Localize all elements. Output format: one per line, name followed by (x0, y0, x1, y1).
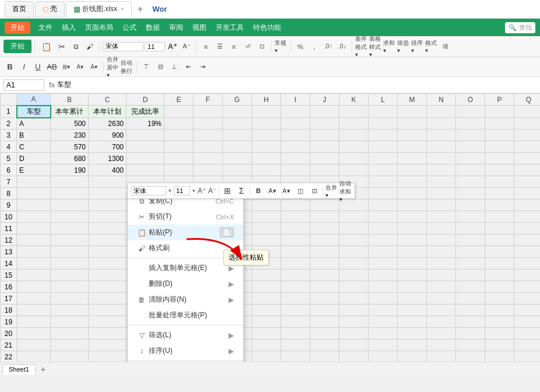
cell-7-N[interactable] (427, 176, 456, 188)
cell-6-P[interactable] (485, 164, 514, 176)
cell-11-J[interactable] (310, 223, 339, 235)
cell-21-J[interactable] (310, 340, 339, 351)
cell-5-Q[interactable] (514, 153, 541, 164)
col-header-b[interactable]: B (51, 94, 89, 106)
cell-17-B[interactable] (51, 293, 89, 304)
cell-13-K[interactable] (339, 246, 369, 258)
cell-18-C[interactable] (89, 304, 127, 316)
cell-17-A[interactable] (17, 293, 51, 304)
col-header-n[interactable]: N (427, 94, 456, 106)
cell-11-O[interactable] (456, 223, 485, 235)
cell-21-K[interactable] (339, 340, 369, 351)
cell-19-C[interactable] (89, 316, 127, 328)
cell-6-H[interactable] (252, 164, 281, 176)
row-header-1[interactable]: 1 (1, 106, 17, 118)
cell-21-N[interactable] (427, 340, 456, 351)
cell-16-B[interactable] (51, 281, 89, 293)
cell-2-L[interactable] (369, 118, 398, 130)
cell-11-M[interactable] (398, 223, 427, 235)
menu-page-layout[interactable]: 页面布局 (80, 22, 118, 34)
cell-17-P[interactable] (485, 293, 514, 304)
cell-17-C[interactable] (89, 293, 127, 304)
cell-15-P[interactable] (485, 270, 514, 281)
cell-1-A[interactable]: 车型 (17, 106, 51, 118)
cell-5-G[interactable] (223, 153, 252, 164)
tab-home[interactable]: 首页 (5, 1, 34, 18)
cell-11-H[interactable] (252, 223, 281, 235)
cell-15-C[interactable] (89, 270, 127, 281)
align-top-btn[interactable]: ⊤ (140, 61, 153, 74)
cell-13-J[interactable] (310, 246, 339, 258)
cell-6-B[interactable]: 190 (51, 164, 89, 176)
tab-file[interactable]: ▦ 折线图.xlsx × (66, 1, 132, 18)
cell-17-N[interactable] (427, 293, 456, 304)
cell-3-M[interactable] (398, 130, 427, 141)
cell-8-C[interactable] (89, 188, 127, 200)
col-header-o[interactable]: O (456, 94, 485, 106)
cell-11-P[interactable] (485, 223, 514, 235)
cell-2-E[interactable] (164, 118, 194, 130)
mini-size-input[interactable] (174, 186, 190, 195)
cell-3-Q[interactable] (514, 130, 541, 141)
cell-1-O[interactable] (456, 106, 485, 118)
cell-19-B[interactable] (51, 316, 89, 328)
cell-21-B[interactable] (51, 340, 89, 351)
cell-6-J[interactable] (310, 164, 339, 176)
cell-3-F[interactable] (194, 130, 223, 141)
cell-2-N[interactable] (427, 118, 456, 130)
cell-18-N[interactable] (427, 304, 456, 316)
row-header-20[interactable]: 20 (1, 328, 17, 340)
align-left-btn[interactable]: ≡ (199, 40, 212, 53)
cell-16-J[interactable] (310, 281, 339, 293)
cell-19-M[interactable] (398, 316, 427, 328)
cell-17-I[interactable] (281, 293, 310, 304)
cell-17-J[interactable] (310, 293, 339, 304)
cell-10-H[interactable] (252, 211, 281, 223)
cell-16-A[interactable] (17, 281, 51, 293)
cell-5-K[interactable] (339, 153, 369, 164)
cell-13-B[interactable] (51, 246, 89, 258)
cell-18-O[interactable] (456, 304, 485, 316)
cell-12-H[interactable] (252, 235, 281, 246)
decimal-increase-btn[interactable]: .0↑ (322, 40, 335, 53)
cell-reference-input[interactable] (3, 79, 44, 91)
ctx-paste[interactable]: 📋 粘贴(P) 📄 (128, 225, 243, 240)
mini-size-dropdown-icon[interactable]: ▾ (192, 188, 195, 194)
menu-insert[interactable]: 插入 (57, 22, 80, 34)
cell-5-J[interactable] (310, 153, 339, 164)
font-decrease-btn[interactable]: A⁻ (180, 40, 193, 53)
ctx-filter[interactable]: ▽ 筛选(L) ▶ (128, 327, 243, 343)
cell-8-A[interactable] (17, 188, 51, 200)
cell-15-B[interactable] (51, 270, 89, 281)
cell-2-F[interactable] (194, 118, 223, 130)
cell-4-H[interactable] (252, 141, 281, 153)
cell-12-B[interactable] (51, 235, 89, 246)
col-header-i[interactable]: I (281, 94, 310, 106)
mini-fill-color-btn[interactable]: A▾ (267, 185, 278, 197)
decimal-decrease-btn[interactable]: .0↓ (336, 40, 349, 53)
cell-5-F[interactable] (194, 153, 223, 164)
cell-3-P[interactable] (485, 130, 514, 141)
cell-14-Q[interactable] (514, 258, 541, 270)
paste-options-icon[interactable]: 📄 (220, 228, 234, 237)
cell-15-M[interactable] (398, 270, 427, 281)
cell-18-A[interactable] (17, 304, 51, 316)
cell-4-A[interactable]: C (17, 141, 51, 153)
cell-12-M[interactable] (398, 235, 427, 246)
cell-8-P[interactable] (485, 188, 514, 200)
row-header-10[interactable]: 10 (1, 211, 17, 223)
cell-20-C[interactable] (89, 328, 127, 340)
cell-3-K[interactable] (339, 130, 369, 141)
align-right-btn[interactable]: ≡ (227, 40, 240, 53)
cell-13-N[interactable] (427, 246, 456, 258)
auto-wrap-btn[interactable]: 自动换行 (121, 61, 134, 74)
format-btn[interactable]: 格式▾ (425, 40, 438, 53)
row-header-3[interactable]: 3 (1, 130, 17, 141)
cell-10-J[interactable] (310, 211, 339, 223)
cell-6-M[interactable] (398, 164, 427, 176)
cell-4-J[interactable] (310, 141, 339, 153)
cell-22-L[interactable] (369, 351, 398, 362)
row-header-6[interactable]: 6 (1, 164, 17, 176)
cell-2-A[interactable]: A (17, 118, 51, 130)
cell-1-J[interactable] (310, 106, 339, 118)
